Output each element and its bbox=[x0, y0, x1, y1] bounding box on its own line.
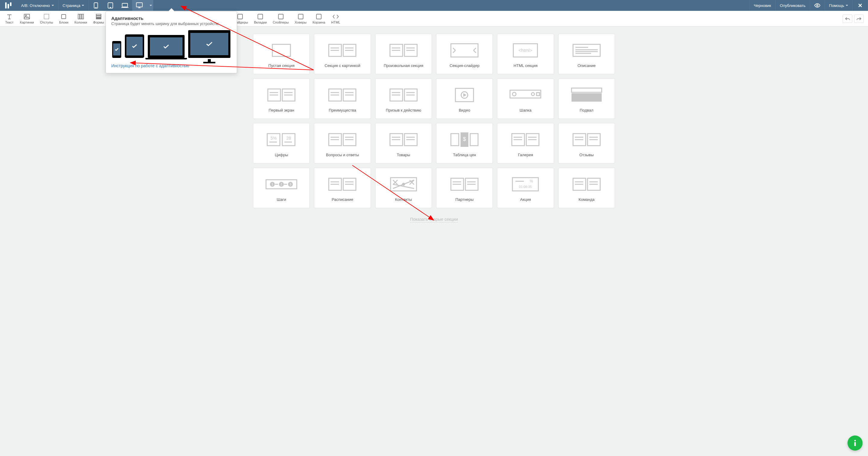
device-switcher bbox=[89, 0, 153, 11]
caret-icon bbox=[52, 5, 54, 6]
tool-text[interactable]: Текст bbox=[2, 12, 17, 25]
section-contacts[interactable]: Контакты bbox=[375, 168, 432, 208]
svg-rect-53 bbox=[573, 44, 600, 56]
ab-toggle[interactable]: A/B: Отключено bbox=[17, 0, 59, 11]
ab-label: A/B: Отключено bbox=[21, 3, 50, 8]
top-bar: A/B: Отключено Страница Черновик Опублик… bbox=[0, 0, 868, 11]
svg-rect-19 bbox=[78, 14, 80, 19]
svg-point-12 bbox=[816, 5, 818, 6]
svg-rect-7 bbox=[122, 3, 128, 7]
close-button[interactable] bbox=[852, 0, 868, 11]
section-slider[interactable]: Секция-слайдер bbox=[436, 34, 493, 74]
section-partners[interactable]: Партнеры bbox=[436, 168, 493, 208]
logo[interactable] bbox=[0, 0, 17, 11]
svg-rect-140 bbox=[513, 178, 538, 191]
show-old-sections[interactable]: Показать старые секции bbox=[27, 216, 841, 222]
section-faq[interactable]: Вопросы и ответы bbox=[314, 123, 371, 163]
svg-text:%: % bbox=[530, 179, 533, 183]
svg-text:2: 2 bbox=[280, 183, 282, 186]
section-pricing[interactable]: $Таблица цен bbox=[436, 123, 493, 163]
section-description[interactable]: Описание bbox=[558, 34, 615, 74]
svg-rect-33 bbox=[258, 14, 263, 19]
popover-devices bbox=[111, 30, 231, 58]
section-header[interactable]: Шапка bbox=[497, 79, 554, 119]
tool-images[interactable]: Картинки bbox=[17, 12, 37, 25]
svg-rect-15 bbox=[24, 14, 30, 19]
section-products[interactable]: Товары bbox=[375, 123, 432, 163]
svg-rect-103 bbox=[451, 133, 459, 146]
sections-grid: Пустая секцияСекция с картинкойПроизволь… bbox=[253, 34, 615, 208]
device-phone[interactable] bbox=[89, 0, 103, 11]
section-footer[interactable]: Подвал bbox=[558, 79, 615, 119]
svg-rect-2 bbox=[10, 2, 11, 6]
section-benefits[interactable]: Преимущества bbox=[314, 79, 371, 119]
page-label: Страница bbox=[63, 3, 81, 8]
svg-point-6 bbox=[110, 7, 111, 8]
device-preview-phone bbox=[112, 41, 121, 58]
svg-marker-78 bbox=[463, 93, 467, 97]
section-custom[interactable]: Произвольная секция bbox=[375, 34, 432, 74]
svg-rect-34 bbox=[278, 14, 283, 19]
tool-blocks[interactable]: Блоки bbox=[56, 12, 71, 25]
svg-rect-36 bbox=[316, 14, 321, 19]
device-tablet[interactable] bbox=[103, 0, 118, 11]
device-preview-desktop bbox=[188, 30, 230, 58]
svg-rect-35 bbox=[298, 14, 303, 19]
undo-button[interactable] bbox=[843, 14, 852, 23]
help-dropdown[interactable]: Помощь bbox=[825, 0, 852, 11]
tool-columns[interactable]: Колонки bbox=[71, 12, 90, 25]
svg-rect-9 bbox=[136, 3, 142, 7]
tool-html[interactable]: HTML bbox=[328, 12, 343, 25]
adaptive-popover: Адаптивность Страница будет менять ширин… bbox=[105, 11, 237, 73]
svg-rect-0 bbox=[5, 2, 7, 8]
tool-hovers[interactable]: Ховеры bbox=[292, 12, 309, 25]
section-image-section[interactable]: Секция с картинкой bbox=[314, 34, 371, 74]
preview-button[interactable] bbox=[810, 0, 825, 11]
tool-cart[interactable]: Корзина bbox=[309, 12, 328, 25]
svg-rect-1 bbox=[7, 4, 9, 8]
svg-rect-22 bbox=[96, 14, 101, 16]
svg-point-133 bbox=[402, 183, 405, 186]
page-dropdown[interactable]: Страница bbox=[59, 0, 89, 11]
svg-rect-82 bbox=[536, 93, 539, 96]
svg-text:5%: 5% bbox=[271, 136, 277, 141]
svg-rect-24 bbox=[96, 18, 101, 19]
svg-point-81 bbox=[531, 93, 534, 96]
section-reviews[interactable]: Отзывы bbox=[558, 123, 615, 163]
tool-spacing[interactable]: Отступы bbox=[37, 12, 56, 25]
section-gallery[interactable]: Галерея bbox=[497, 123, 554, 163]
svg-text:$: $ bbox=[463, 136, 466, 142]
popover-link[interactable]: Инструкция по работе с адаптивностью bbox=[111, 63, 231, 68]
device-preview-tablet bbox=[125, 34, 144, 58]
popover-description: Страница будет менять ширину для выбранн… bbox=[111, 22, 231, 26]
device-laptop[interactable] bbox=[118, 0, 132, 11]
section-steps[interactable]: 123Шаги bbox=[253, 168, 310, 208]
redo-button[interactable] bbox=[854, 14, 864, 23]
device-more[interactable] bbox=[147, 0, 153, 11]
svg-rect-37 bbox=[272, 44, 290, 56]
device-preview-laptop bbox=[148, 35, 185, 58]
svg-point-16 bbox=[25, 15, 27, 16]
caret-icon bbox=[150, 5, 152, 6]
section-cta[interactable]: Призыв к действию bbox=[375, 79, 432, 119]
section-html-section[interactable]: <html>HTML секция bbox=[497, 34, 554, 74]
svg-rect-32 bbox=[238, 14, 243, 19]
section-promo[interactable]: %01:08:35Акция bbox=[497, 168, 554, 208]
svg-rect-17 bbox=[44, 14, 49, 19]
caret-icon bbox=[846, 5, 848, 6]
tool-forms[interactable]: Формы bbox=[90, 12, 107, 25]
publish-button[interactable]: Опубликовать bbox=[776, 0, 810, 11]
popover-title: Адаптивность bbox=[111, 16, 231, 21]
svg-text:1: 1 bbox=[272, 183, 273, 186]
section-team[interactable]: Команда bbox=[558, 168, 615, 208]
svg-rect-84 bbox=[571, 93, 602, 102]
svg-rect-23 bbox=[96, 16, 101, 17]
section-schedule[interactable]: Расписание bbox=[314, 168, 371, 208]
tool-tabs[interactable]: Вкладки bbox=[251, 12, 270, 25]
section-numbers[interactable]: 5%28Цифры bbox=[253, 123, 310, 163]
tool-spoilers[interactable]: Спойлеры bbox=[270, 12, 292, 25]
device-desktop[interactable] bbox=[132, 0, 147, 11]
section-first-screen[interactable]: Первый экран bbox=[253, 79, 310, 119]
section-empty[interactable]: Пустая секция bbox=[253, 34, 310, 74]
section-video[interactable]: Видео bbox=[436, 79, 493, 119]
